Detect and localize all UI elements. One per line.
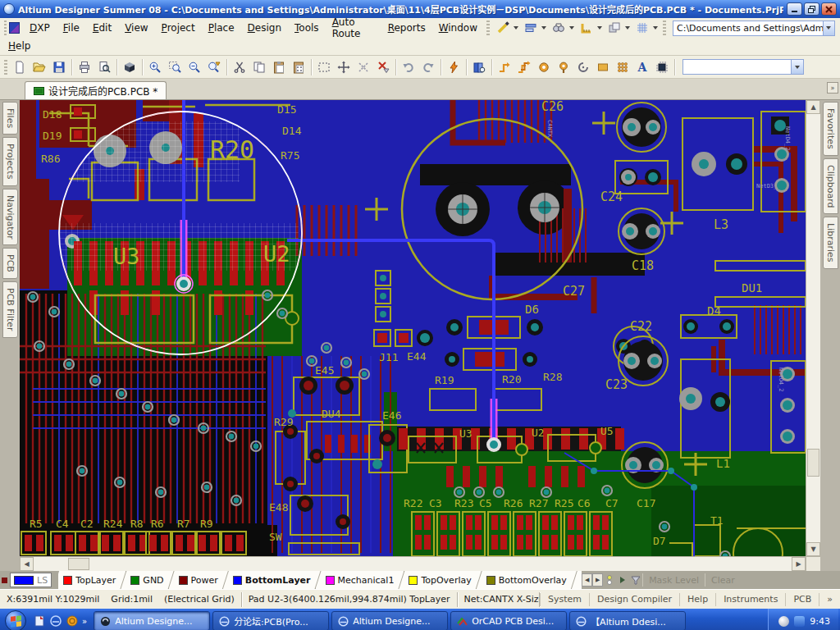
menu-auto-route[interactable]: Auto Route <box>326 14 381 42</box>
zoom-selection-button[interactable] <box>204 59 224 75</box>
route-differential-button[interactable] <box>514 59 534 75</box>
view-3d-button[interactable] <box>120 59 139 75</box>
layer-tab-gnd[interactable]: GND <box>121 571 173 589</box>
clear-filter-button[interactable] <box>373 59 393 75</box>
browse-library-button[interactable] <box>469 59 489 75</box>
taskbar-task-button[interactable]: Altium Designe... <box>94 611 210 630</box>
dropdown-caret-icon[interactable] <box>653 26 658 30</box>
menu-project[interactable]: Project <box>155 20 202 36</box>
horizontal-scrollbar[interactable]: ◀ ▶ <box>20 556 806 571</box>
paste-button[interactable] <box>269 59 289 75</box>
menu-file[interactable]: File <box>57 20 86 36</box>
menu-design[interactable]: Design <box>241 20 288 36</box>
menu-edit[interactable]: Edit <box>86 20 118 36</box>
combo-dropdown-button[interactable] <box>791 60 803 74</box>
layer-tab-bottomlayer[interactable]: BottomLayer <box>223 571 321 589</box>
taskbar-task-button[interactable]: OrCAD PCB Desi... <box>450 611 567 630</box>
dimension-tool-button[interactable] <box>577 20 596 36</box>
menu-place[interactable]: Place <box>202 20 241 36</box>
document-tab-active[interactable]: 设计完成后的PCB.PCB * <box>25 81 167 99</box>
place-array-button[interactable] <box>613 59 632 75</box>
open-document-button[interactable] <box>30 59 49 75</box>
print-button[interactable] <box>75 59 94 75</box>
status-panel-help[interactable]: Help <box>679 593 715 606</box>
pcb-editor-canvas[interactable]: D18D19R86R20D15D14R75U3U2C26C24C18L3C27D… <box>20 100 806 556</box>
quick-launch-ie-icon[interactable] <box>49 614 62 628</box>
select-area-button[interactable] <box>314 59 334 75</box>
document-path-combo[interactable]: C:\Documents and Settings\Admir <box>673 21 835 36</box>
layer-tab-power[interactable]: Power <box>169 571 228 589</box>
component-combo[interactable] <box>682 59 804 75</box>
restore-button[interactable] <box>804 2 819 16</box>
horizontal-scroll-thumb[interactable] <box>68 558 89 570</box>
panel-tab-navigator[interactable]: Navigator <box>2 189 18 246</box>
layer-tab-mechanical1[interactable]: Mechanical1 <box>316 571 404 589</box>
interactive-routing-button[interactable] <box>444 59 463 75</box>
menu-view[interactable]: View <box>118 20 154 36</box>
status-panel-instruments[interactable]: Instruments <box>715 593 785 606</box>
layer-tab-topoverlay[interactable]: TopOverlay <box>399 571 481 589</box>
zoom-area-button[interactable] <box>165 59 185 75</box>
panel-tab-pcb-filter[interactable]: PCB Filter <box>2 281 18 338</box>
menu-window[interactable]: Window <box>432 20 484 36</box>
vertical-scrollbar[interactable]: ▲ ▼ <box>806 100 820 556</box>
deselect-button[interactable] <box>354 59 373 75</box>
layer-set-selector[interactable]: LS <box>10 573 52 587</box>
close-button[interactable] <box>821 2 837 16</box>
pcb-board-view[interactable]: D18D19R86R20D15D14R75U3U2C26C24C18L3C27D… <box>20 100 806 556</box>
clear-button[interactable]: Clear <box>705 573 741 587</box>
layer-tab-toplayer[interactable]: TopLayer <box>58 571 126 589</box>
minimize-button[interactable] <box>787 2 802 16</box>
taskbar-task-button[interactable]: 分论坛:PCB(Pro... <box>212 611 329 630</box>
layer-next-icon[interactable] <box>616 573 629 587</box>
layer-scroll-right-button[interactable]: ▶ <box>592 573 603 587</box>
status-panel-pcb[interactable]: PCB <box>785 593 819 606</box>
place-string-button[interactable]: A <box>632 59 652 75</box>
move-selection-button[interactable] <box>334 59 354 75</box>
menu-tools[interactable]: Tools <box>288 20 326 36</box>
paste-array-button[interactable] <box>289 59 308 75</box>
vertical-scroll-thumb[interactable] <box>807 449 819 477</box>
status-panel-overflow[interactable]: » <box>819 593 840 606</box>
grid-tool-button[interactable] <box>632 20 652 36</box>
tab-scroll-button[interactable]: » <box>827 82 838 94</box>
toolbar-grip[interactable] <box>663 21 666 35</box>
tray-ime-icon[interactable] <box>794 616 805 627</box>
mask-level-button[interactable]: Mask Level <box>642 573 705 587</box>
print-preview-button[interactable] <box>94 59 114 75</box>
taskbar-task-button[interactable]: 【Altium Ddesi... <box>569 611 686 630</box>
scroll-up-button[interactable]: ▲ <box>806 100 820 114</box>
redo-button[interactable] <box>418 59 438 75</box>
dropdown-caret-icon[interactable] <box>569 26 574 30</box>
status-panel-system[interactable]: System <box>540 593 589 606</box>
measure-tool-button[interactable] <box>493 20 513 36</box>
place-component-button[interactable] <box>652 59 672 75</box>
tray-status-icon[interactable] <box>778 616 789 627</box>
quick-launch-mail-icon[interactable] <box>33 614 46 628</box>
start-button[interactable] <box>5 610 26 630</box>
panel-tab-clipboard[interactable]: Clipboard <box>823 158 838 215</box>
panel-tab-favorites[interactable]: Favorites <box>823 102 838 156</box>
undo-button[interactable] <box>399 59 418 75</box>
layer-color-toggle-icon[interactable] <box>603 573 616 587</box>
scroll-down-button[interactable]: ▼ <box>806 542 820 556</box>
room-tool-button[interactable] <box>605 20 624 36</box>
place-arc-button[interactable] <box>573 59 593 75</box>
combo-dropdown-button[interactable] <box>823 21 834 35</box>
panel-tab-projects[interactable]: Projects <box>2 137 18 185</box>
status-panel-design-compiler[interactable]: Design Compiler <box>589 593 679 606</box>
route-trace-button[interactable] <box>495 59 514 75</box>
dxp-icon[interactable] <box>9 22 20 34</box>
menu-reports[interactable]: Reports <box>381 20 432 36</box>
layer-filter-icon[interactable] <box>629 573 642 587</box>
align-tool-button[interactable] <box>521 20 541 36</box>
place-via-button[interactable] <box>554 59 573 75</box>
dropdown-caret-icon[interactable] <box>597 26 602 30</box>
toolbar-grip[interactable] <box>4 21 7 35</box>
save-button[interactable] <box>49 59 69 75</box>
find-tool-button[interactable] <box>549 20 568 36</box>
toolbar-grip[interactable] <box>4 60 7 75</box>
panel-tab-pcb[interactable]: PCB <box>2 248 18 279</box>
dropdown-caret-icon[interactable] <box>514 26 518 30</box>
dropdown-caret-icon[interactable] <box>541 26 546 30</box>
